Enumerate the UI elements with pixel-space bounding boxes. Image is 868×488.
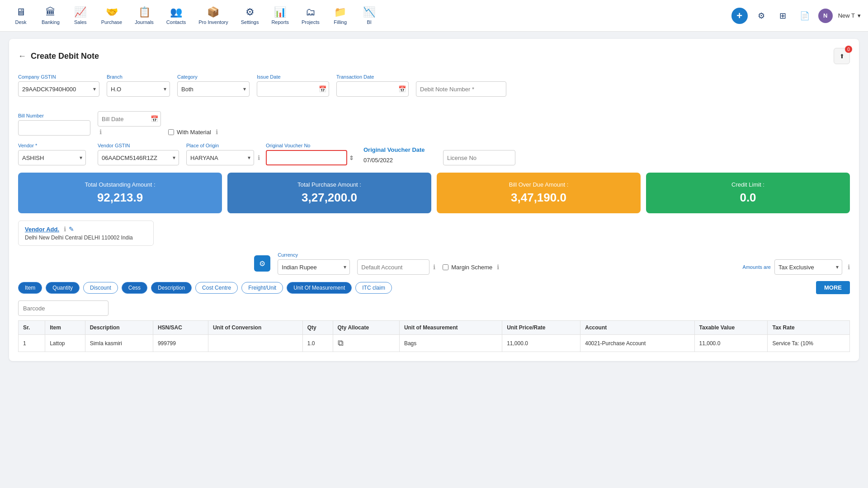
col-btn-item[interactable]: Item: [18, 282, 42, 294]
issue-date-label: Issue Date: [257, 74, 329, 80]
vendor-gstin-select[interactable]: 06AADCM5146R1ZZ: [98, 150, 179, 165]
table-cell-0-11: Service Ta: (10%: [768, 335, 850, 352]
table-cell-0-0: 1: [19, 335, 45, 352]
amounts-are-select[interactable]: Tax Exclusive: [774, 259, 842, 275]
user-label: New T: [838, 12, 855, 19]
projects-icon: 🗂: [306, 6, 316, 18]
place-of-origin-group: Place of Origin HARYANA ℹ: [186, 143, 259, 165]
nav-item-sales[interactable]: 📈Sales: [67, 4, 94, 28]
nav-item-bi[interactable]: 📉BI: [356, 4, 383, 28]
settings-icon[interactable]: ⚙: [753, 8, 769, 24]
form-row-1: Company GSTIN 29AADCK7940H000 Branch H.O…: [18, 73, 850, 97]
nav-items: 🖥Desk🏛Banking📈Sales🤝Purchase📋Journals👥Co…: [7, 4, 383, 28]
original-voucher-input[interactable]: PO/0234: [266, 150, 347, 165]
stat-cards: Total Outstanding Amount :92,213.9Total …: [18, 173, 850, 213]
desk-icon: 🖥: [16, 6, 26, 18]
bill-date-input[interactable]: [98, 111, 161, 127]
col-btn-discount[interactable]: Discount: [83, 282, 118, 294]
license-no-group: [443, 142, 515, 165]
with-material-checkbox[interactable]: [168, 129, 174, 135]
table-header-unit-price/rate: Unit Price/Rate: [502, 321, 580, 335]
col-btn-freight-unit[interactable]: Freight/Unit: [241, 282, 283, 294]
license-no-input[interactable]: [443, 150, 515, 165]
original-voucher-date-label: Original Voucher Date: [363, 146, 436, 153]
currency-select[interactable]: Indian Rupee: [278, 259, 350, 275]
user-menu-button[interactable]: New T ▾: [838, 12, 861, 19]
branch-select[interactable]: H.O: [107, 81, 170, 97]
company-gstin-select[interactable]: 29AADCK7940H000: [18, 81, 99, 97]
corner-button[interactable]: ⬆ 0: [834, 48, 850, 64]
bill-date-info-icon[interactable]: ℹ: [99, 128, 161, 136]
default-account-input[interactable]: [357, 259, 429, 275]
vendor-add-link[interactable]: Vendor Add.: [25, 226, 59, 233]
transaction-date-input[interactable]: 07/07/2022: [336, 81, 409, 97]
nav-item-projects[interactable]: 🗂Projects: [296, 4, 325, 28]
debit-note-number-input[interactable]: [416, 81, 506, 97]
avatar[interactable]: N: [818, 9, 833, 23]
items-table: Sr.ItemDescriptionHSN/SACUnit of Convers…: [18, 320, 850, 352]
place-of-origin-select[interactable]: HARYANA: [186, 150, 254, 165]
vendor-group: Vendor * ASHISH: [18, 143, 90, 165]
col-btn-description[interactable]: Description: [151, 282, 192, 294]
bill-number-label: Bill Number: [18, 113, 90, 118]
col-btn-cess[interactable]: Cess: [122, 282, 147, 294]
stat-value-2: 3,47,190.0: [511, 191, 566, 205]
back-button[interactable]: ←: [18, 52, 26, 61]
bill-number-input[interactable]: PO/0234: [18, 120, 90, 136]
vendor-add-edit-icon[interactable]: ✎: [69, 225, 74, 233]
col-btn-quantity[interactable]: Quantity: [46, 282, 80, 294]
nav-item-reports[interactable]: 📊Reports: [266, 4, 294, 28]
table-cell-0-4: [208, 335, 302, 352]
default-account-info-icon[interactable]: ℹ: [433, 263, 435, 271]
original-voucher-date-value: 07/05/2022: [363, 157, 436, 164]
category-select[interactable]: Both: [177, 81, 250, 97]
nav-item-journals[interactable]: 📋Journals: [129, 4, 159, 28]
vendor-gstin-label: Vendor GSTIN: [98, 143, 179, 148]
margin-scheme-checkbox[interactable]: [443, 264, 448, 270]
add-button[interactable]: +: [731, 8, 748, 24]
place-of-origin-info-icon[interactable]: ℹ: [258, 154, 260, 161]
column-buttons-row: ItemQuantityDiscountCessDescriptionCost …: [18, 281, 850, 294]
table-header-sr.: Sr.: [19, 321, 45, 335]
table-cell-0-6[interactable]: ⧉: [333, 335, 399, 352]
ext-link-icon[interactable]: ⧉: [338, 338, 344, 347]
table-header-hsn/sac: HSN/SAC: [153, 321, 208, 335]
bi-icon: 📉: [363, 6, 375, 18]
barcode-input[interactable]: [18, 300, 108, 316]
category-label: Category: [177, 74, 250, 80]
default-account-group: ℹ: [357, 259, 435, 275]
original-voucher-group: Original Voucher No PO/0234 ⇕: [266, 143, 356, 165]
gear-button[interactable]: ⚙: [254, 255, 270, 272]
grid-icon[interactable]: ⊞: [775, 8, 791, 24]
vendor-add-info-icon[interactable]: ℹ: [64, 225, 66, 233]
more-button[interactable]: MORE: [816, 281, 850, 294]
filling-icon: 📁: [334, 6, 346, 18]
nav-item-banking[interactable]: 🏛Banking: [36, 4, 65, 28]
table-cell-0-10: 11,000.0: [694, 335, 768, 352]
with-material-group: With Material ℹ: [168, 128, 218, 136]
issue-date-input[interactable]: 07/07/2022: [257, 81, 329, 97]
table-header-description: Description: [85, 321, 153, 335]
table-body: 1LattopSimla kasmiri9997991.0⧉Bags11,000…: [19, 335, 850, 352]
nav-item-pro-inventory[interactable]: 📦Pro Inventory: [193, 4, 233, 28]
nav-item-settings[interactable]: ⚙Settings: [236, 4, 264, 28]
vendor-select[interactable]: ASHISH: [18, 150, 86, 165]
page-title: Create Debit Note: [31, 52, 99, 61]
nav-item-contacts[interactable]: 👥Contacts: [161, 4, 191, 28]
document-icon[interactable]: 📄: [797, 8, 813, 24]
col-btn-uom[interactable]: Unit Of Measurement: [287, 282, 352, 294]
settings-icon: ⚙: [245, 6, 255, 18]
nav-item-filling[interactable]: 📁Filling: [327, 4, 354, 28]
amounts-are-info-icon[interactable]: ℹ: [848, 263, 850, 271]
table-header-tax-rate: Tax Rate: [768, 321, 850, 335]
banking-icon: 🏛: [46, 6, 56, 18]
with-material-info-icon[interactable]: ℹ: [216, 128, 218, 136]
col-btn-itc-claim[interactable]: ITC claim: [355, 282, 392, 294]
col-btn-cost-centre[interactable]: Cost Centre: [195, 282, 238, 294]
sales-icon: 📈: [74, 6, 86, 18]
nav-item-purchase[interactable]: 🤝Purchase: [96, 4, 127, 28]
margin-scheme-info-icon[interactable]: ℹ: [497, 263, 499, 271]
nav-item-desk[interactable]: 🖥Desk: [7, 4, 34, 28]
table-header-unit-of-measurement: Unit of Measurement: [399, 321, 502, 335]
stat-label-3: Credit Limit :: [731, 181, 764, 188]
